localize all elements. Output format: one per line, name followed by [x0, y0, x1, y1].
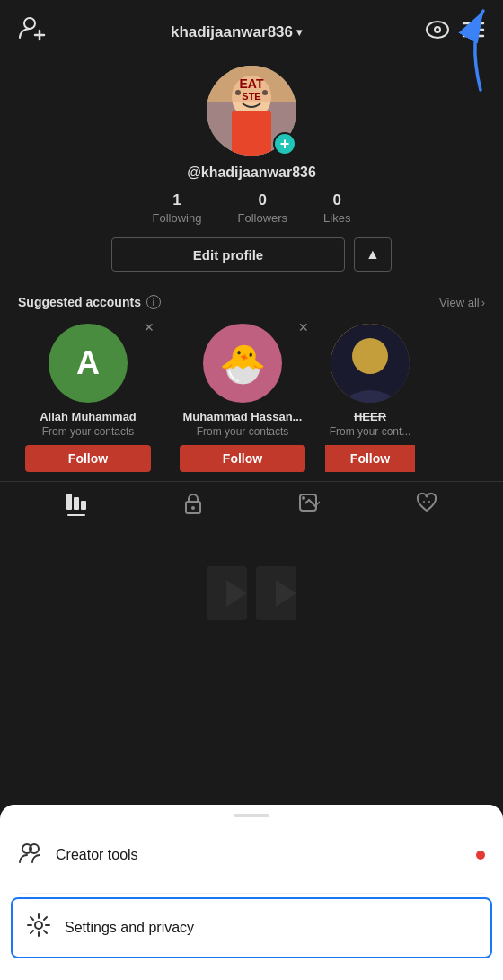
safe-area-padding	[0, 962, 503, 980]
follow-button[interactable]: Follow	[180, 445, 305, 472]
profile-handle: @khadijaanwar836	[187, 165, 316, 181]
username-header[interactable]: khadijaanwar836 ▾	[171, 23, 302, 41]
followers-label: Followers	[237, 211, 287, 225]
svg-point-34	[35, 922, 42, 929]
avatar-section: EAT STE + @khadijaanwar836 1 Following 0…	[0, 57, 503, 282]
view-all-text: View all	[439, 296, 480, 309]
info-icon[interactable]: i	[146, 295, 161, 309]
suggested-card: HEER From your cont... Follow	[325, 316, 415, 472]
suggested-title: Suggested accounts i	[18, 295, 161, 309]
tab-liked[interactable]	[416, 493, 437, 516]
drag-handle	[234, 814, 269, 817]
svg-rect-22	[74, 497, 79, 510]
svg-point-20	[352, 338, 388, 374]
username-chevron: ▾	[296, 26, 302, 39]
edit-profile-button[interactable]: Edit profile	[111, 237, 345, 272]
eye-icon[interactable]	[426, 21, 449, 44]
view-all-chevron: ›	[481, 296, 485, 309]
following-label: Following	[153, 211, 202, 225]
followers-stat[interactable]: 0 Followers	[237, 192, 287, 225]
profile-background: khadijaanwar836 ▾	[0, 0, 503, 827]
settings-and-privacy-item[interactable]: Settings and privacy	[11, 897, 492, 958]
creator-tools-label: Creator tools	[56, 847, 138, 863]
suggested-cards-container: ✕ A Allah Muhammad From your contacts Fo…	[0, 316, 503, 472]
suggested-account-name: HEER	[354, 410, 386, 423]
stats-row: 1 Following 0 Followers 0 Likes	[153, 192, 351, 225]
creator-tools-item[interactable]: Creator tools	[0, 824, 503, 886]
suggested-title-text: Suggested accounts	[18, 295, 141, 309]
suggested-account-source: From your cont...	[330, 425, 411, 438]
add-photo-button[interactable]: +	[273, 132, 296, 156]
tab-active-indicator	[67, 514, 85, 516]
svg-rect-13	[232, 111, 271, 156]
top-bar: khadijaanwar836 ▾	[0, 0, 503, 57]
likes-count: 0	[333, 192, 341, 209]
content-area	[0, 521, 503, 665]
creator-tools-icon	[18, 841, 41, 869]
sheet-handle	[0, 805, 503, 817]
suggested-avatar: 🐣	[203, 324, 282, 403]
sheet-divider	[18, 893, 485, 894]
dismiss-suggestion-button[interactable]	[395, 318, 413, 336]
tab-posts[interactable]	[66, 493, 87, 516]
suggested-accounts-header: Suggested accounts i View all ›	[0, 282, 503, 316]
svg-point-27	[302, 496, 305, 500]
notification-dot	[476, 851, 485, 860]
svg-text:EAT: EAT	[240, 76, 264, 91]
suggested-account-name: Muhammad Hassan...	[183, 410, 303, 423]
follow-button[interactable]: Follow	[325, 445, 415, 472]
suggested-card: ✕ A Allah Muhammad From your contacts Fo…	[16, 316, 160, 472]
tab-tagged[interactable]	[298, 493, 320, 516]
following-count: 1	[172, 192, 181, 209]
svg-rect-21	[66, 494, 72, 510]
dismiss-suggestion-button[interactable]: ✕	[140, 318, 158, 336]
follow-button[interactable]: Follow	[25, 445, 151, 472]
profile-tabs	[0, 481, 503, 521]
tab-private[interactable]	[183, 493, 203, 516]
likes-stat[interactable]: 0 Likes	[323, 192, 350, 225]
svg-text:STE: STE	[242, 91, 260, 102]
svg-point-5	[436, 28, 439, 31]
following-stat[interactable]: 1 Following	[153, 192, 202, 225]
suggested-avatar: A	[49, 324, 128, 403]
settings-icon	[27, 913, 50, 942]
suggested-account-source: From your contacts	[197, 425, 289, 438]
header-username: khadijaanwar836	[171, 23, 293, 41]
svg-point-0	[24, 18, 35, 29]
add-user-button[interactable]	[18, 14, 47, 49]
dismiss-suggestion-button[interactable]: ✕	[295, 318, 313, 336]
svg-rect-23	[81, 501, 86, 510]
suggested-account-source: From your contacts	[42, 425, 135, 438]
edit-row: Edit profile ▲	[0, 237, 503, 272]
share-button[interactable]: ▲	[354, 237, 392, 272]
avatar-wrapper: EAT STE +	[207, 66, 296, 156]
settings-privacy-label: Settings and privacy	[65, 920, 194, 936]
hamburger-menu-icon[interactable]	[462, 20, 485, 45]
suggested-card: ✕ 🐣 Muhammad Hassan... From your contact…	[171, 316, 314, 472]
suggested-account-name: Allah Muhammad	[40, 410, 137, 423]
svg-point-25	[191, 506, 195, 510]
view-all-button[interactable]: View all ›	[439, 296, 485, 309]
likes-label: Likes	[323, 211, 350, 225]
bottom-sheet: Creator tools Settings and privacy	[0, 805, 503, 980]
top-right-icons	[426, 20, 485, 45]
followers-count: 0	[259, 192, 267, 209]
